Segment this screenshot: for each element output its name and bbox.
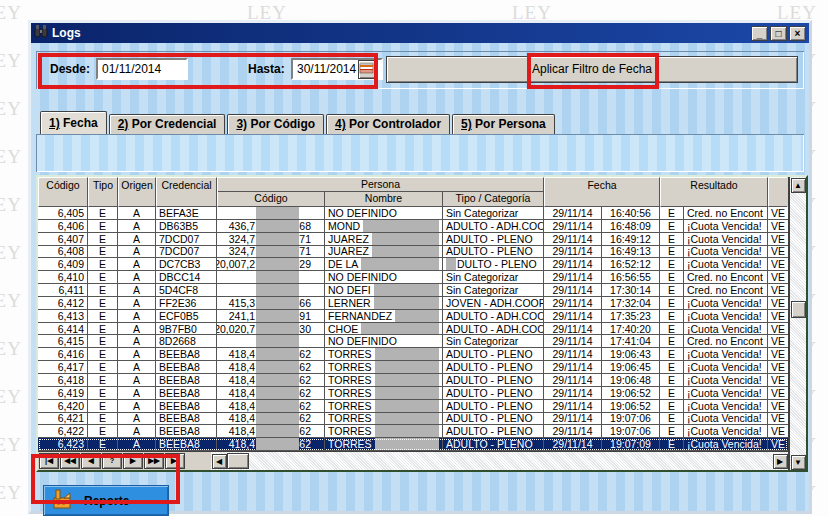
redaction-box xyxy=(256,400,299,412)
cell-hora: 19:07:06 xyxy=(602,413,660,425)
cell-stub: VE xyxy=(768,348,787,360)
column-header-credencial[interactable]: Credencial xyxy=(156,177,217,207)
column-header-tipo-categoria[interactable]: Tipo / Categoría xyxy=(443,192,543,206)
cell-tipo: E xyxy=(88,425,118,437)
table-row[interactable]: 6,413EAECF0B5241,1191FERNANDEZADULTO - A… xyxy=(38,310,788,323)
table-row[interactable]: 6,411EA5D4CF8NO DEFISin Categorizar29/11… xyxy=(38,284,788,297)
table-row[interactable]: 6,420EABEEBA8418,4462TORRESADULTO - PLEN… xyxy=(38,400,788,413)
watermark-text: LEY xyxy=(0,242,22,264)
column-header-codigo[interactable]: Código xyxy=(38,177,88,207)
scroll-down-button[interactable]: ▼ xyxy=(791,455,806,470)
scroll-right-button[interactable]: ▶ xyxy=(773,454,788,469)
horizontal-scroll-thumb[interactable] xyxy=(227,453,249,469)
cell-hora: 19:07:09 xyxy=(602,438,660,450)
close-button[interactable]: × xyxy=(789,26,806,41)
cell-fecha: 29/11/14 xyxy=(544,438,602,450)
tab-4[interactable]: 4) Por Controlador xyxy=(326,114,450,134)
cell-fecha: 29/11/14 xyxy=(544,246,602,258)
cell-persona-codigo xyxy=(217,207,325,219)
vertical-scroll-thumb[interactable] xyxy=(791,301,806,318)
persona-codigo-left: 436,7 xyxy=(217,220,255,232)
cell-stub: VE xyxy=(768,271,787,283)
cell-tipo: E xyxy=(88,233,118,245)
table-row[interactable]: 6,415EA8D2668NO DEFINIDOSin Categorizar2… xyxy=(38,335,788,348)
table-row[interactable]: 6,423EABEEBA8418,4462TORRESADULTO - PLEN… xyxy=(38,438,788,451)
table-row[interactable]: 6,414EA9B7FB020,020,7030CHOEADULTO - ADH… xyxy=(38,323,788,336)
table-row[interactable]: 6,409EADC7CB320,007,2029DE LADULTO - PLE… xyxy=(38,258,788,271)
cell-tipo-categoria: ADULTO - PLENO xyxy=(443,438,544,450)
categoria-text: ADULTO - PLENO xyxy=(446,438,533,450)
tab-1[interactable]: 1) Fecha xyxy=(40,111,107,134)
cell-persona-codigo: 418,4462 xyxy=(217,413,325,425)
nombre-text: NO DEFINIDO xyxy=(328,271,397,283)
cell-persona-codigo: 241,1191 xyxy=(217,310,325,322)
column-header-persona-codigo[interactable]: Código xyxy=(218,192,325,206)
cell-nombre: TORRES xyxy=(325,361,443,373)
table-row[interactable]: 6,410EADBCC14NO DEFINIDOSin Categorizar2… xyxy=(38,271,788,284)
table-row[interactable]: 6,407EA7DCD07324,7771JUAREZADULTO - PLEN… xyxy=(38,233,788,246)
table-row[interactable]: 6,408EA7DCD07324,7771JUAREZADULTO - PLEN… xyxy=(38,246,788,259)
cell-persona-codigo: 324,7771 xyxy=(217,233,325,245)
cell-credencial: BEEBA8 xyxy=(156,348,217,360)
redaction-box xyxy=(256,246,299,258)
cell-origen: A xyxy=(118,207,156,219)
nombre-text: NO DEFINIDO xyxy=(328,207,397,219)
cell-tipo: E xyxy=(88,258,118,270)
cell-tipo: E xyxy=(88,220,118,232)
cell-persona-codigo: 418,4462 xyxy=(217,387,325,399)
cell-nombre: TORRES xyxy=(325,425,443,437)
cell-credencial: DBCC14 xyxy=(156,271,217,283)
tab-3[interactable]: 3) Por Código xyxy=(227,114,324,134)
scroll-left-button[interactable]: ◀ xyxy=(212,454,227,469)
table-row[interactable]: 6,421EABEEBA8418,4462TORRESADULTO - PLEN… xyxy=(38,413,788,426)
column-header-fecha[interactable]: Fecha xyxy=(544,177,660,207)
cell-origen: A xyxy=(118,387,156,399)
table-row[interactable]: 6,417EABEEBA8418,4462TORRESADULTO - PLEN… xyxy=(38,361,788,374)
column-header-tipo[interactable]: Tipo xyxy=(88,177,118,207)
minimize-button[interactable]: _ xyxy=(751,26,768,41)
cell-tipo: E xyxy=(88,374,118,386)
cell-resultado-letra: E xyxy=(660,374,684,386)
table-row[interactable]: 6,405EABEFA3ENO DEFINIDOSin Categorizar2… xyxy=(38,207,788,220)
persona-codigo-left: 324,7 xyxy=(217,246,255,258)
table-row[interactable]: 6,422EABEEBA8418,4462TORRESADULTO - PLEN… xyxy=(38,425,788,438)
cell-hora: 16:49:12 xyxy=(602,233,660,245)
cell-nombre: JUAREZ xyxy=(325,246,443,258)
column-group-persona[interactable]: Persona Código Nombre Tipo / Categoría xyxy=(217,177,544,207)
horizontal-scrollbar[interactable]: ◀ ▶ xyxy=(211,452,788,470)
redaction-box xyxy=(256,323,299,335)
highlight-apply-filter xyxy=(527,53,659,89)
cell-resultado-letra: E xyxy=(660,425,684,437)
cell-stub: VE xyxy=(768,220,787,232)
scroll-up-button[interactable]: ▲ xyxy=(791,178,806,193)
cell-stub: VE xyxy=(768,361,787,373)
cell-persona-codigo: 418,4462 xyxy=(217,361,325,373)
maximize-button[interactable]: □ xyxy=(770,26,787,41)
persona-codigo-left: 418,4 xyxy=(217,361,255,373)
nombre-text: LERNER xyxy=(328,297,371,309)
tab-2[interactable]: 2) Por Credencial xyxy=(109,114,226,134)
table-row[interactable]: 6,418EABEEBA8418,4462TORRESADULTO - PLEN… xyxy=(38,374,788,387)
redaction-box xyxy=(256,258,299,270)
cell-nombre: DE LA xyxy=(325,258,443,270)
column-header-nombre[interactable]: Nombre xyxy=(325,192,443,206)
table-row[interactable]: 6,406EADB63B5436,7768MONDADULTO - ADH.CO… xyxy=(38,220,788,233)
cell-codigo: 6,414 xyxy=(38,323,88,335)
cell-fecha: 29/11/14 xyxy=(544,335,602,347)
table-row[interactable]: 6,416EABEEBA8418,4462TORRESADULTO - PLEN… xyxy=(38,348,788,361)
cell-fecha: 29/11/14 xyxy=(544,425,602,437)
tab-5[interactable]: 5) Por Persona xyxy=(452,114,555,134)
column-header-resultado[interactable]: Resultado xyxy=(660,177,768,207)
persona-codigo-left: 418,4 xyxy=(217,438,255,450)
cell-stub: VE xyxy=(768,207,787,219)
nombre-text: TORRES xyxy=(328,400,372,412)
table-row[interactable]: 6,412EAFF2E36415,3366LERNERJOVEN - ADH.C… xyxy=(38,297,788,310)
categoria-text: ADULTO - PLENO xyxy=(446,425,533,437)
cell-origen: A xyxy=(118,425,156,437)
table-row[interactable]: 6,419EABEEBA8418,4462TORRESADULTO - PLEN… xyxy=(38,387,788,400)
cell-origen: A xyxy=(118,271,156,283)
redaction-box xyxy=(361,323,439,335)
vertical-scrollbar[interactable]: ▲ ▼ xyxy=(789,177,806,470)
cell-hora: 19:06:52 xyxy=(602,400,660,412)
column-header-origen[interactable]: Origen xyxy=(118,177,156,207)
